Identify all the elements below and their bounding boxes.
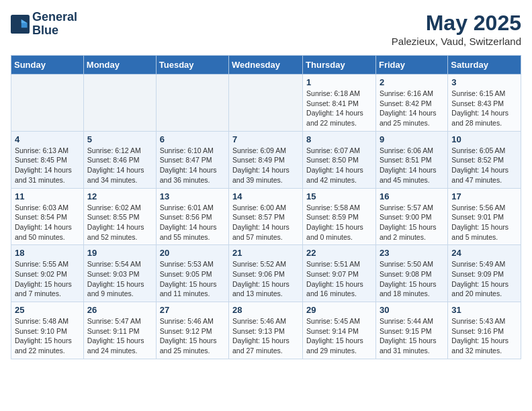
calendar-week-4: 18Sunrise: 5:55 AM Sunset: 9:02 PM Dayli…: [11, 245, 521, 302]
day-number: 24: [451, 248, 517, 258]
calendar-cell: 2Sunrise: 6:16 AM Sunset: 8:42 PM Daylig…: [375, 75, 447, 132]
day-info: Sunrise: 6:16 AM Sunset: 8:42 PM Dayligh…: [380, 89, 444, 128]
calendar-cell: 7Sunrise: 6:09 AM Sunset: 8:49 PM Daylig…: [229, 131, 303, 188]
day-number: 19: [87, 248, 152, 258]
title-block: May 2025 Palezieux, Vaud, Switzerland: [392, 11, 521, 47]
calendar-cell: 20Sunrise: 5:53 AM Sunset: 9:05 PM Dayli…: [156, 245, 228, 302]
day-info: Sunrise: 5:50 AM Sunset: 9:08 PM Dayligh…: [380, 259, 444, 299]
day-number: 16: [380, 191, 444, 201]
page-header: General Blue May 2025 Palezieux, Vaud, S…: [11, 11, 521, 47]
day-number: 1: [306, 77, 372, 87]
day-number: 4: [15, 134, 80, 144]
day-number: 18: [15, 248, 80, 258]
day-number: 14: [232, 191, 299, 201]
day-info: Sunrise: 5:47 AM Sunset: 9:11 PM Dayligh…: [87, 316, 152, 356]
calendar-table: SundayMondayTuesdayWednesdayThursdayFrid…: [11, 55, 521, 359]
day-number: 15: [306, 191, 372, 201]
calendar-cell: 30Sunrise: 5:44 AM Sunset: 9:15 PM Dayli…: [375, 302, 447, 359]
day-info: Sunrise: 6:13 AM Sunset: 8:45 PM Dayligh…: [15, 146, 80, 185]
day-number: 26: [87, 305, 152, 315]
weekday-header-tuesday: Tuesday: [156, 56, 228, 75]
day-info: Sunrise: 5:58 AM Sunset: 8:59 PM Dayligh…: [306, 203, 372, 242]
day-number: 22: [306, 248, 372, 258]
day-info: Sunrise: 5:43 AM Sunset: 9:16 PM Dayligh…: [451, 316, 517, 356]
weekday-header-wednesday: Wednesday: [229, 56, 303, 75]
day-number: 6: [160, 134, 225, 144]
day-info: Sunrise: 5:49 AM Sunset: 9:09 PM Dayligh…: [451, 259, 517, 299]
day-number: 7: [232, 134, 299, 144]
day-info: Sunrise: 6:00 AM Sunset: 8:57 PM Dayligh…: [232, 203, 299, 242]
logo: General Blue: [11, 11, 77, 38]
calendar-cell: 14Sunrise: 6:00 AM Sunset: 8:57 PM Dayli…: [229, 188, 303, 245]
day-number: 31: [451, 305, 517, 315]
day-info: Sunrise: 5:53 AM Sunset: 9:05 PM Dayligh…: [160, 259, 225, 299]
calendar-cell: 13Sunrise: 6:01 AM Sunset: 8:56 PM Dayli…: [156, 188, 228, 245]
day-number: 25: [15, 305, 80, 315]
location: Palezieux, Vaud, Switzerland: [392, 36, 521, 47]
day-number: 20: [160, 248, 225, 258]
calendar-cell: 27Sunrise: 5:46 AM Sunset: 9:12 PM Dayli…: [156, 302, 228, 359]
day-number: 12: [87, 191, 152, 201]
calendar-week-3: 11Sunrise: 6:03 AM Sunset: 8:54 PM Dayli…: [11, 188, 521, 245]
day-info: Sunrise: 6:06 AM Sunset: 8:51 PM Dayligh…: [380, 146, 444, 185]
calendar-cell: 25Sunrise: 5:48 AM Sunset: 9:10 PM Dayli…: [11, 302, 84, 359]
weekday-header-sunday: Sunday: [11, 56, 84, 75]
day-info: Sunrise: 6:09 AM Sunset: 8:49 PM Dayligh…: [232, 146, 299, 185]
calendar-cell: 26Sunrise: 5:47 AM Sunset: 9:11 PM Dayli…: [83, 302, 156, 359]
day-info: Sunrise: 5:52 AM Sunset: 9:06 PM Dayligh…: [232, 259, 299, 299]
day-number: 8: [306, 134, 372, 144]
calendar-cell: 12Sunrise: 6:02 AM Sunset: 8:55 PM Dayli…: [83, 188, 156, 245]
calendar-cell: 18Sunrise: 5:55 AM Sunset: 9:02 PM Dayli…: [11, 245, 84, 302]
calendar-header-row: SundayMondayTuesdayWednesdayThursdayFrid…: [11, 56, 521, 75]
day-info: Sunrise: 5:55 AM Sunset: 9:02 PM Dayligh…: [15, 259, 80, 299]
day-info: Sunrise: 5:57 AM Sunset: 9:00 PM Dayligh…: [380, 203, 444, 242]
calendar-cell: 19Sunrise: 5:54 AM Sunset: 9:03 PM Dayli…: [83, 245, 156, 302]
weekday-header-friday: Friday: [375, 56, 447, 75]
calendar-cell: 23Sunrise: 5:50 AM Sunset: 9:08 PM Dayli…: [375, 245, 447, 302]
day-info: Sunrise: 6:12 AM Sunset: 8:46 PM Dayligh…: [87, 146, 152, 185]
day-number: 28: [232, 305, 299, 315]
day-number: 10: [451, 134, 517, 144]
calendar-cell: 22Sunrise: 5:51 AM Sunset: 9:07 PM Dayli…: [303, 245, 376, 302]
calendar-cell: 5Sunrise: 6:12 AM Sunset: 8:46 PM Daylig…: [83, 131, 156, 188]
calendar-body: 1Sunrise: 6:18 AM Sunset: 8:41 PM Daylig…: [11, 75, 521, 359]
day-info: Sunrise: 5:46 AM Sunset: 9:13 PM Dayligh…: [232, 316, 299, 356]
calendar-cell: 24Sunrise: 5:49 AM Sunset: 9:09 PM Dayli…: [448, 245, 521, 302]
calendar-week-1: 1Sunrise: 6:18 AM Sunset: 8:41 PM Daylig…: [11, 75, 521, 132]
day-number: 29: [306, 305, 372, 315]
calendar-week-5: 25Sunrise: 5:48 AM Sunset: 9:10 PM Dayli…: [11, 302, 521, 359]
day-number: 2: [380, 77, 444, 87]
calendar-cell: [83, 75, 156, 132]
day-info: Sunrise: 6:02 AM Sunset: 8:55 PM Dayligh…: [87, 203, 152, 242]
day-info: Sunrise: 6:03 AM Sunset: 8:54 PM Dayligh…: [15, 203, 80, 242]
logo-icon: [11, 15, 30, 34]
day-info: Sunrise: 6:10 AM Sunset: 8:47 PM Dayligh…: [160, 146, 225, 185]
day-number: 5: [87, 134, 152, 144]
calendar-cell: 3Sunrise: 6:15 AM Sunset: 8:43 PM Daylig…: [448, 75, 521, 132]
day-number: 23: [380, 248, 444, 258]
calendar-cell: [11, 75, 84, 132]
day-info: Sunrise: 6:05 AM Sunset: 8:52 PM Dayligh…: [451, 146, 517, 185]
calendar-cell: 28Sunrise: 5:46 AM Sunset: 9:13 PM Dayli…: [229, 302, 303, 359]
day-info: Sunrise: 5:45 AM Sunset: 9:14 PM Dayligh…: [306, 316, 372, 356]
calendar-cell: 4Sunrise: 6:13 AM Sunset: 8:45 PM Daylig…: [11, 131, 84, 188]
calendar-cell: 10Sunrise: 6:05 AM Sunset: 8:52 PM Dayli…: [448, 131, 521, 188]
calendar-cell: 9Sunrise: 6:06 AM Sunset: 8:51 PM Daylig…: [375, 131, 447, 188]
calendar-cell: 21Sunrise: 5:52 AM Sunset: 9:06 PM Dayli…: [229, 245, 303, 302]
logo-text: General Blue: [32, 11, 77, 38]
calendar-cell: 29Sunrise: 5:45 AM Sunset: 9:14 PM Dayli…: [303, 302, 376, 359]
weekday-header-thursday: Thursday: [303, 56, 376, 75]
calendar-cell: 11Sunrise: 6:03 AM Sunset: 8:54 PM Dayli…: [11, 188, 84, 245]
day-info: Sunrise: 6:18 AM Sunset: 8:41 PM Dayligh…: [306, 89, 372, 128]
day-info: Sunrise: 5:44 AM Sunset: 9:15 PM Dayligh…: [380, 316, 444, 356]
day-info: Sunrise: 5:46 AM Sunset: 9:12 PM Dayligh…: [160, 316, 225, 356]
calendar-cell: 16Sunrise: 5:57 AM Sunset: 9:00 PM Dayli…: [375, 188, 447, 245]
month-title: May 2025: [392, 11, 521, 36]
day-number: 9: [380, 134, 444, 144]
day-number: 27: [160, 305, 225, 315]
calendar-cell: 15Sunrise: 5:58 AM Sunset: 8:59 PM Dayli…: [303, 188, 376, 245]
day-info: Sunrise: 6:07 AM Sunset: 8:50 PM Dayligh…: [306, 146, 372, 185]
calendar-cell: 31Sunrise: 5:43 AM Sunset: 9:16 PM Dayli…: [448, 302, 521, 359]
day-info: Sunrise: 5:54 AM Sunset: 9:03 PM Dayligh…: [87, 259, 152, 299]
day-info: Sunrise: 5:56 AM Sunset: 9:01 PM Dayligh…: [451, 203, 517, 242]
